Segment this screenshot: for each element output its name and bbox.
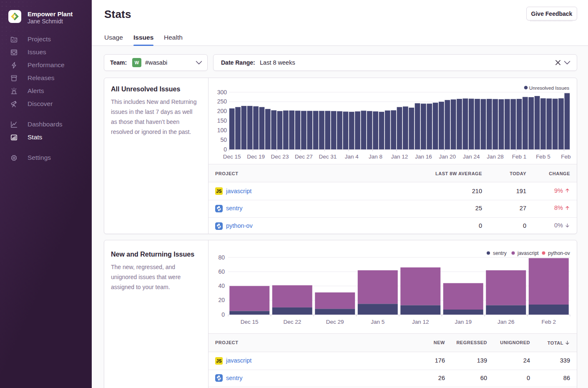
svg-text:40: 40	[218, 282, 225, 289]
svg-text:Jan 12: Jan 12	[391, 154, 408, 160]
svg-text:Jan 5: Jan 5	[371, 319, 384, 325]
svg-text:Dec 19: Dec 19	[247, 154, 265, 160]
svg-text:Jan 24: Jan 24	[463, 154, 480, 160]
svg-text:200: 200	[217, 108, 227, 114]
svg-text:Dec 27: Dec 27	[295, 154, 313, 160]
svg-text:sentry: sentry	[493, 250, 507, 256]
svg-text:Dec 31: Dec 31	[319, 154, 337, 160]
svg-text:Dec 15: Dec 15	[241, 319, 259, 325]
svg-text:Dec 29: Dec 29	[326, 319, 344, 325]
svg-text:Jan 26: Jan 26	[498, 319, 515, 325]
svg-text:Feb 1: Feb 1	[512, 154, 527, 160]
svg-text:Dec 22: Dec 22	[283, 319, 301, 325]
svg-text:300: 300	[217, 89, 227, 96]
svg-text:Jan 20: Jan 20	[439, 154, 456, 160]
svg-text:Unresolved Issues: Unresolved Issues	[529, 85, 569, 91]
svg-text:python-ov: python-ov	[548, 250, 570, 256]
svg-text:150: 150	[217, 117, 227, 124]
svg-text:Feb 5: Feb 5	[536, 154, 550, 160]
svg-text:Jan 12: Jan 12	[412, 319, 429, 325]
svg-text:Jan 16: Jan 16	[415, 154, 432, 160]
svg-text:20: 20	[218, 297, 225, 303]
svg-text:JS: JS	[216, 358, 222, 363]
svg-text:Dec 23: Dec 23	[271, 154, 289, 160]
svg-text:100: 100	[217, 127, 227, 134]
svg-text:Feb: Feb	[561, 154, 570, 160]
svg-text:Feb 2: Feb 2	[542, 319, 556, 325]
svg-text:javascript: javascript	[517, 250, 539, 256]
svg-text:Jan 8: Jan 8	[369, 154, 382, 160]
svg-text:0: 0	[221, 311, 225, 318]
svg-text:50: 50	[220, 136, 227, 143]
svg-text:0: 0	[224, 146, 227, 153]
svg-text:Jan 4: Jan 4	[345, 154, 359, 160]
svg-text:80: 80	[218, 254, 225, 261]
svg-text:Dec 15: Dec 15	[223, 154, 241, 160]
svg-text:250: 250	[217, 98, 227, 105]
svg-text:60: 60	[218, 268, 225, 275]
svg-text:JS: JS	[216, 189, 222, 194]
svg-text:Jan 28: Jan 28	[487, 154, 504, 160]
svg-text:Jan 19: Jan 19	[455, 319, 472, 325]
